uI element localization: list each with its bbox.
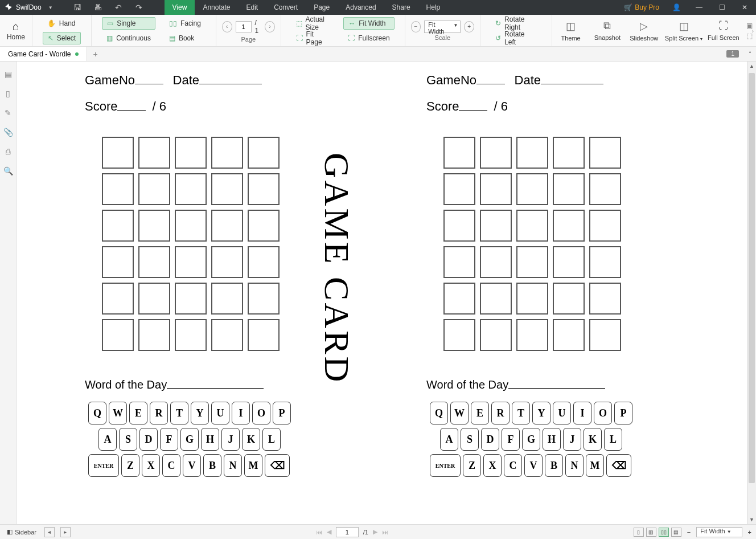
menu-help[interactable]: Help [418, 0, 449, 15]
theme-icon: ◫ [566, 20, 576, 32]
print-icon[interactable]: 🖶 [89, 3, 106, 12]
key-u: U [211, 402, 229, 424]
snapshot-button[interactable]: ⧉Snapshot [589, 15, 626, 46]
actual-size-button[interactable]: ⬚Actual Size [291, 17, 335, 30]
panel-left-button[interactable]: ◂ [44, 527, 55, 537]
page-number-input[interactable] [236, 21, 252, 32]
next-page-button[interactable]: › [265, 21, 275, 32]
view-book-icon[interactable]: ▤ [671, 528, 681, 537]
rotate-right-button[interactable]: ↻Rotate Right [491, 17, 541, 30]
grid-cell [138, 246, 170, 278]
key-h: H [201, 428, 219, 451]
app-menu-caret-icon[interactable]: ▼ [45, 5, 56, 10]
fullscreen-button[interactable]: ⛶Fullscreen [343, 32, 394, 44]
key-g: G [180, 428, 199, 451]
fit-page-icon: ⛶ [296, 34, 303, 42]
attachments-icon[interactable]: 📎 [3, 128, 13, 137]
key-d: D [139, 428, 158, 451]
annotations-icon[interactable]: ✎ [5, 108, 11, 117]
undo-icon[interactable]: ↶ [110, 3, 127, 12]
split-screen-button[interactable]: ◫Split Screen ▾ [662, 15, 705, 46]
status-page-input[interactable] [336, 527, 359, 537]
zoom-out-status[interactable]: − [687, 529, 691, 536]
menu-page[interactable]: Page [306, 0, 338, 15]
save-icon[interactable]: 🖫 [69, 3, 86, 12]
first-page-icon[interactable]: ⏮ [316, 529, 322, 536]
select-tool[interactable]: ↖Select [43, 32, 81, 44]
facing-icon: ▯▯ [169, 19, 177, 27]
buy-pro-button[interactable]: 🛒 Buy Pro [618, 3, 665, 11]
prev-page-icon[interactable]: ◀ [327, 528, 331, 536]
theme-button[interactable]: ◫Theme [552, 15, 589, 46]
fit-width-button[interactable]: ↔Fit Width [343, 17, 394, 30]
key-m: M [244, 454, 262, 477]
maximize-button[interactable]: ☐ [710, 0, 733, 15]
key-j: J [221, 428, 240, 451]
prev-page-button[interactable]: ‹ [222, 21, 232, 32]
actual-label: Actual Size [306, 15, 330, 31]
book-mode[interactable]: ▤Book [165, 32, 206, 44]
view-facing-icon[interactable]: ▯▯ [659, 528, 669, 537]
scroll-up-icon[interactable]: ▲ [747, 62, 756, 71]
game-card-left: GameNo DateScore / 6Word of the DayQWERT… [85, 73, 415, 480]
hand-tool[interactable]: ✋Hand [43, 17, 81, 30]
minimize-button[interactable]: — [688, 0, 710, 15]
zoom-in-status[interactable]: + [748, 529, 751, 536]
cart-icon: 🛒 [624, 3, 632, 11]
rotate-left-button[interactable]: ↺Rotate Left [491, 32, 541, 44]
collapse-ribbon-icon[interactable]: ˄ [749, 51, 751, 57]
fit-page-button[interactable]: ⛶Fit Page [291, 32, 335, 44]
menu-convert[interactable]: Convert [266, 0, 306, 15]
menu-annotate[interactable]: Annotate [195, 0, 238, 15]
key-q: Q [430, 402, 448, 424]
date-label: Date [515, 73, 541, 87]
scroll-down-icon[interactable]: ▼ [747, 515, 756, 524]
view-single-icon[interactable]: ▯ [634, 528, 644, 537]
bookmarks-icon[interactable]: ▯ [6, 89, 10, 98]
continuous-mode[interactable]: ▥Continuous [102, 32, 155, 44]
grid-cell [102, 319, 134, 351]
view-cont-icon[interactable]: ▥ [646, 528, 656, 537]
home-button[interactable]: ⌂ Home [0, 15, 32, 46]
panel-right-button[interactable]: ▸ [60, 527, 71, 537]
menu-view[interactable]: View [165, 0, 195, 15]
scale-group-label: Scale [435, 34, 451, 41]
last-page-icon[interactable]: ⏭ [382, 529, 388, 536]
menu-edit[interactable]: Edit [238, 0, 266, 15]
grid-cell [516, 319, 548, 351]
zoom-select[interactable]: Fit Width▼ [424, 21, 461, 33]
home-label: Home [7, 33, 25, 41]
single-page-mode[interactable]: ▭Single [102, 17, 155, 30]
vertical-scrollbar[interactable]: ▲ ▼ [747, 62, 756, 524]
continuous-label: Continuous [116, 34, 151, 42]
thumbnails-icon[interactable]: ▤ [5, 70, 12, 79]
score-label: Score [85, 99, 117, 113]
redo-icon[interactable]: ↷ [130, 3, 147, 12]
grid-cell [553, 173, 585, 205]
grid-cell [102, 283, 134, 315]
full-screen-button[interactable]: ⛶Full Screen [705, 15, 742, 46]
zoom-out-button[interactable]: − [411, 21, 421, 32]
fullscreen2-label: Full Screen [708, 34, 739, 41]
grid-cell [516, 210, 548, 242]
ribbon-expand-icon[interactable]: › [752, 27, 754, 34]
facing-mode[interactable]: ▯▯Facing [165, 17, 206, 30]
grid-cell [480, 173, 512, 205]
search-icon[interactable]: 🔍 [3, 166, 13, 175]
close-button[interactable]: ✕ [733, 0, 756, 15]
ocr-icon[interactable]: ⎙ [6, 147, 10, 156]
zoom-in-button[interactable]: + [464, 21, 474, 32]
key-k: K [584, 428, 602, 451]
document-viewport[interactable]: GameNo DateScore / 6Word of the DayQWERT… [17, 62, 756, 524]
document-tab[interactable]: Game Card - Wordle [0, 47, 87, 61]
menu-share[interactable]: Share [384, 0, 418, 15]
account-icon[interactable]: 👤 [665, 0, 688, 15]
wordle-grid [443, 137, 756, 351]
new-tab-button[interactable]: + [87, 50, 103, 59]
next-page-icon[interactable]: ▶ [373, 528, 377, 536]
menu-advanced[interactable]: Advanced [338, 0, 384, 15]
slideshow-button[interactable]: ▷Slideshow [626, 15, 662, 46]
scroll-thumb[interactable] [749, 73, 755, 483]
sidebar-toggle[interactable]: ◧Sidebar [5, 528, 39, 536]
status-zoom-select[interactable]: Fit Width ▼ [696, 527, 742, 537]
